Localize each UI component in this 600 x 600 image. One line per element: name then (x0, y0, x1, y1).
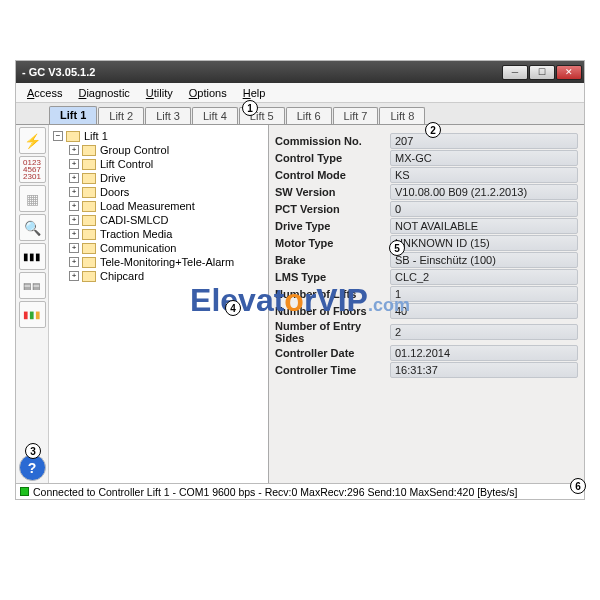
detail-label: Motor Type (275, 237, 390, 249)
detail-label: LMS Type (275, 271, 390, 283)
detail-label: Drive Type (275, 220, 390, 232)
detail-label: Control Type (275, 152, 390, 164)
detail-value: CLC_2 (390, 269, 578, 285)
tab-lift-3[interactable]: Lift 3 (145, 107, 191, 124)
status-led-icon (20, 487, 29, 496)
folder-icon (82, 229, 96, 240)
tree-item[interactable]: +Lift Control (53, 157, 264, 171)
maximize-button[interactable]: ☐ (529, 65, 555, 80)
tree-item[interactable]: +Communication (53, 241, 264, 255)
folder-icon (82, 271, 96, 282)
menubar: Access Diagnostic Utility Options Help (16, 83, 584, 103)
detail-value: 207 (390, 133, 578, 149)
detail-label: Number of Entry Sides (275, 320, 390, 344)
folder-icon (82, 187, 96, 198)
callout-2: 2 (425, 122, 441, 138)
status-text: Connected to Controller Lift 1 - COM1 96… (33, 486, 517, 498)
detail-label: Brake (275, 254, 390, 266)
detail-label: Number of Lifts (275, 288, 390, 300)
close-button[interactable]: ✕ (556, 65, 582, 80)
folder-icon (82, 215, 96, 226)
detail-value: NOT AVAILABLE (390, 218, 578, 234)
status-bar: Connected to Controller Lift 1 - COM1 96… (16, 483, 584, 499)
expand-icon[interactable]: + (69, 159, 79, 169)
detail-value: UNKNOWN ID (15) (390, 235, 578, 251)
detail-value: 0 (390, 201, 578, 217)
expand-icon[interactable]: + (69, 229, 79, 239)
detail-label: SW Version (275, 186, 390, 198)
expand-icon[interactable]: + (69, 257, 79, 267)
expand-icon[interactable]: + (69, 173, 79, 183)
callout-4: 4 (225, 300, 241, 316)
folder-icon (82, 201, 96, 212)
tab-lift-8[interactable]: Lift 8 (379, 107, 425, 124)
body: ⚡ 012345672301 ▦ 🔍 ▮▮▮ ▤▤ ▮▮▮ ? − Lift 1… (16, 125, 584, 483)
tree-item[interactable]: +Group Control (53, 143, 264, 157)
menu-access[interactable]: Access (19, 85, 70, 101)
callout-1: 1 (242, 100, 258, 116)
titlebar: - GC V3.05.1.2 ─ ☐ ✕ (16, 61, 584, 83)
folder-icon (82, 159, 96, 170)
detail-value: V10.08.00 B09 (21.2.2013) (390, 184, 578, 200)
tree-item[interactable]: +Load Measurement (53, 199, 264, 213)
tab-lift-1[interactable]: Lift 1 (49, 106, 97, 124)
callout-5: 5 (389, 240, 405, 256)
tree-item[interactable]: +Chipcard (53, 269, 264, 283)
tool-lightning-icon[interactable]: ⚡ (19, 127, 46, 154)
menu-utility[interactable]: Utility (138, 85, 181, 101)
menu-help[interactable]: Help (235, 85, 274, 101)
tool-meter-icon[interactable]: ▤▤ (19, 272, 46, 299)
tree-item[interactable]: +Tele-Monitoring+Tele-Alarm (53, 255, 264, 269)
detail-value: 01.12.2014 (390, 345, 578, 361)
detail-label: Controller Date (275, 347, 390, 359)
detail-value: 2 (390, 324, 578, 340)
expand-icon[interactable]: + (69, 145, 79, 155)
tool-search-icon[interactable]: 🔍 (19, 214, 46, 241)
detail-value: MX-GC (390, 150, 578, 166)
tree-root[interactable]: − Lift 1 (53, 129, 264, 143)
callout-3: 3 (25, 443, 41, 459)
tool-grid-icon[interactable]: ▦ (19, 185, 46, 212)
folder-icon (66, 131, 80, 142)
detail-label: Controller Time (275, 364, 390, 376)
window-title: - GC V3.05.1.2 (18, 66, 501, 78)
expand-icon[interactable]: + (69, 243, 79, 253)
details-panel: Commission No.207 Control TypeMX-GC Cont… (269, 125, 584, 483)
menu-options[interactable]: Options (181, 85, 235, 101)
detail-label: Commission No. (275, 135, 390, 147)
expand-icon[interactable]: + (69, 215, 79, 225)
tab-lift-4[interactable]: Lift 4 (192, 107, 238, 124)
detail-label: PCT Version (275, 203, 390, 215)
tool-bars-icon[interactable]: ▮▮▮ (19, 243, 46, 270)
tab-lift-2[interactable]: Lift 2 (98, 107, 144, 124)
tree-item[interactable]: +Traction Media (53, 227, 264, 241)
menu-diagnostic[interactable]: Diagnostic (70, 85, 137, 101)
tab-lift-6[interactable]: Lift 6 (286, 107, 332, 124)
folder-icon (82, 257, 96, 268)
expand-icon[interactable]: + (69, 187, 79, 197)
tree-item[interactable]: +CADI-SMLCD (53, 213, 264, 227)
detail-value: 1 (390, 286, 578, 302)
detail-value: SB - Einschütz (100) (390, 252, 578, 268)
app-window: - GC V3.05.1.2 ─ ☐ ✕ Access Diagnostic U… (15, 60, 585, 500)
expand-icon[interactable]: + (69, 271, 79, 281)
minimize-button[interactable]: ─ (502, 65, 528, 80)
detail-label: Control Mode (275, 169, 390, 181)
detail-value: 16:31:37 (390, 362, 578, 378)
folder-icon (82, 173, 96, 184)
tree-item[interactable]: +Doors (53, 185, 264, 199)
detail-value: KS (390, 167, 578, 183)
tabbar: Lift 1 Lift 2 Lift 3 Lift 4 Lift 5 Lift … (16, 103, 584, 125)
toolbar: ⚡ 012345672301 ▦ 🔍 ▮▮▮ ▤▤ ▮▮▮ ? (16, 125, 49, 483)
tool-digits-icon[interactable]: 012345672301 (19, 156, 46, 183)
collapse-icon[interactable]: − (53, 131, 63, 141)
tree-item[interactable]: +Drive (53, 171, 264, 185)
folder-icon (82, 243, 96, 254)
detail-value: 40 (390, 303, 578, 319)
expand-icon[interactable]: + (69, 201, 79, 211)
callout-6: 6 (570, 478, 586, 494)
tool-palette-icon[interactable]: ▮▮▮ (19, 301, 46, 328)
detail-label: Number of Floors (275, 305, 390, 317)
tab-lift-7[interactable]: Lift 7 (333, 107, 379, 124)
folder-icon (82, 145, 96, 156)
